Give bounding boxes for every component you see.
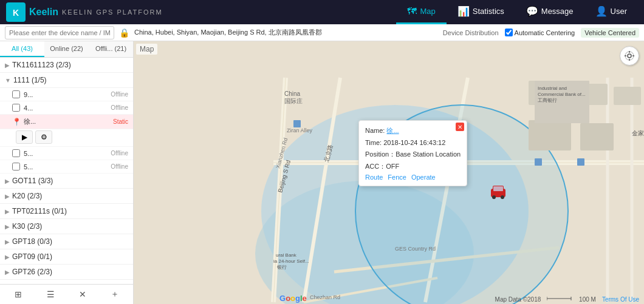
device-checkbox-4[interactable] <box>12 104 20 112</box>
vehicle-popup: ✕ Name: 徐... Time: 2018-10-24 16:43:12 P… <box>358 120 467 186</box>
statistics-nav-icon: 📊 <box>457 5 470 17</box>
group-got11[interactable]: ▶ GOT11 (3/3) <box>0 174 133 189</box>
device-item-4[interactable]: 4... Offline <box>0 101 133 115</box>
map-nav-icon: 🗺 <box>407 6 417 17</box>
device-controls-xu: ▶ ⚙ <box>0 129 133 147</box>
device-status-5b: Offline <box>111 163 128 170</box>
map-footer: Map Data ©2018 100 M Terms Of Use <box>134 296 644 303</box>
search-input[interactable] <box>5 26 114 39</box>
nav-statistics[interactable]: 📊 Statistics <box>447 0 515 24</box>
device-item-9[interactable]: 9... Offline <box>0 88 133 101</box>
auto-centering-checkbox[interactable] <box>505 29 513 36</box>
popup-position-line: Position：Base Station Location <box>365 149 461 160</box>
svg-text:银行: 银行 <box>276 265 287 270</box>
lock-icon[interactable]: 🔒 <box>119 28 129 38</box>
svg-point-52 <box>625 52 634 60</box>
nav-user[interactable]: 👤 User <box>584 0 638 24</box>
footer-btn-grid[interactable]: ⊞ <box>5 287 32 302</box>
group-name-gpt26: GPT26 (2/3) <box>12 268 128 276</box>
nav-message-label: Message <box>541 7 574 16</box>
svg-text:金家庄: 金家庄 <box>632 130 644 137</box>
device-status-5a: Offline <box>111 150 128 157</box>
group-name-gpt18: GPT18 (0/3) <box>12 237 128 246</box>
svg-text:工商银行: 工商银行 <box>538 98 557 103</box>
popup-name-value[interactable]: 徐... <box>386 127 399 134</box>
popup-position-value: Base Station Location <box>396 150 461 158</box>
device-checkbox-5a[interactable] <box>12 149 20 157</box>
svg-point-48 <box>492 195 496 199</box>
auto-centering-checkbox-label[interactable]: Automatic Centering <box>505 29 575 36</box>
popup-route-link[interactable]: Route <box>365 174 383 181</box>
popup-fence-link[interactable]: Fence <box>388 174 406 181</box>
play-btn-xu[interactable]: ▶ <box>16 130 33 144</box>
group-gpt09[interactable]: ▶ GPT09 (0/1) <box>0 249 133 265</box>
popup-time-line: Time: 2018-10-24 16:43:12 <box>365 138 461 148</box>
popup-name-line: Name: 徐... <box>365 126 461 136</box>
scale-bar <box>547 296 577 302</box>
popup-close-btn[interactable]: ✕ <box>456 123 464 131</box>
map-scale-label: 100 M <box>547 296 596 303</box>
popup-operate-link[interactable]: Operate <box>411 174 436 181</box>
group-tk11611123[interactable]: ▶ TK11611123 (2/3) <box>0 58 133 73</box>
google-o2: o <box>290 294 295 303</box>
svg-text:ia 24-hour Self...: ia 24-hour Self... <box>273 258 309 264</box>
footer-btn-list[interactable]: ☰ <box>37 287 64 302</box>
group-got08[interactable]: ▶ GOT08 (2/2) <box>0 280 133 284</box>
device-checkbox-9[interactable] <box>12 90 20 98</box>
group-arrow-tpt02111s: ▶ <box>5 208 10 215</box>
pin-icon-xu: 📍 <box>12 118 21 126</box>
device-item-5a[interactable]: 5... Offline <box>0 147 133 160</box>
group-name-tpt02111s: TPT02111s (0/1) <box>12 207 128 215</box>
nav-statistics-label: Statistics <box>473 7 504 16</box>
device-list: ▶ TK11611123 (2/3) ▼ 1111 (1/5) 9... Off… <box>0 58 133 284</box>
nav-map[interactable]: 🗺 Map <box>396 0 446 24</box>
locate-icon <box>624 50 635 61</box>
group-gpt18[interactable]: ▶ GPT18 (0/3) <box>0 234 133 249</box>
vehicle-centered-label[interactable]: Vehicle Centered <box>581 28 639 38</box>
google-g2: g <box>295 294 300 303</box>
sidebar-footer: ⊞ ☰ ✕ ＋ <box>0 284 133 304</box>
nav-message[interactable]: 💬 Message <box>515 0 584 24</box>
group-name-k20: K20 (2/3) <box>12 192 128 200</box>
svg-rect-18 <box>614 87 641 105</box>
group-gpt26[interactable]: ▶ GPT26 (2/3) <box>0 265 133 280</box>
svg-text:GES Country Rd: GES Country Rd <box>395 246 436 252</box>
group-name-gpt09: GPT09 (0/1) <box>12 252 128 261</box>
settings-btn-xu[interactable]: ⚙ <box>35 130 52 144</box>
message-nav-icon: 💬 <box>526 5 538 17</box>
map-terms[interactable]: Terms Of Use <box>602 296 639 303</box>
sidebar-tab-bar: All (43) Online (22) Offli... (21) <box>0 41 133 58</box>
toolbar-address: China, Hubei, Shiyan, Maojian, Beijing S… <box>134 28 438 37</box>
tab-offline[interactable]: Offli... (21) <box>89 41 133 57</box>
footer-btn-add[interactable]: ＋ <box>101 287 128 302</box>
keelin-logo-icon: K <box>6 2 26 22</box>
group-name-k30: K30 (2/3) <box>12 222 128 231</box>
popup-actions: Route Fence Operate <box>365 174 461 181</box>
tab-online[interactable]: Online (22) <box>44 41 89 57</box>
main: All (43) Online (22) Offli... (21) ▶ TK1… <box>0 41 644 304</box>
svg-rect-25 <box>535 158 542 166</box>
group-1111[interactable]: ▼ 1111 (1/5) <box>0 73 133 88</box>
group-arrow-gpt18: ▶ <box>5 238 10 245</box>
device-item-5b[interactable]: 5... Offline <box>0 160 133 174</box>
toolbar: 🔒 China, Hubei, Shiyan, Maojian, Beijing… <box>0 24 644 41</box>
header-nav: 🗺 Map 📊 Statistics 💬 Message 👤 User <box>396 0 638 24</box>
footer-btn-remove[interactable]: ✕ <box>69 287 97 302</box>
group-k20[interactable]: ▶ K20 (2/3) <box>0 189 133 204</box>
nav-user-label: User <box>611 7 627 16</box>
tab-all[interactable]: All (43) <box>0 41 44 57</box>
group-k30[interactable]: ▶ K30 (2/3) <box>0 219 133 234</box>
svg-text:Commercial Bank of...: Commercial Bank of... <box>538 92 586 97</box>
device-name-xu: 徐... <box>24 117 113 126</box>
svg-text:国际庄: 国际庄 <box>284 98 303 104</box>
locate-button[interactable] <box>620 46 639 66</box>
logo-area: K Keelin KEELIN GPS PLATFORM <box>6 2 163 22</box>
group-name-tk11611123: TK11611123 (2/3) <box>12 61 128 69</box>
svg-point-51 <box>628 54 631 58</box>
map-area[interactable]: China 国际庄 Beijing S Rd Beijing S Rd 北京路 … <box>134 41 644 304</box>
device-item-xu[interactable]: 📍 徐... Static <box>0 115 133 129</box>
device-checkbox-5b[interactable] <box>12 163 20 171</box>
google-logo: Google <box>279 294 307 303</box>
group-tpt02111s[interactable]: ▶ TPT02111s (0/1) <box>0 204 133 219</box>
header: K Keelin KEELIN GPS PLATFORM 🗺 Map 📊 Sta… <box>0 0 644 24</box>
